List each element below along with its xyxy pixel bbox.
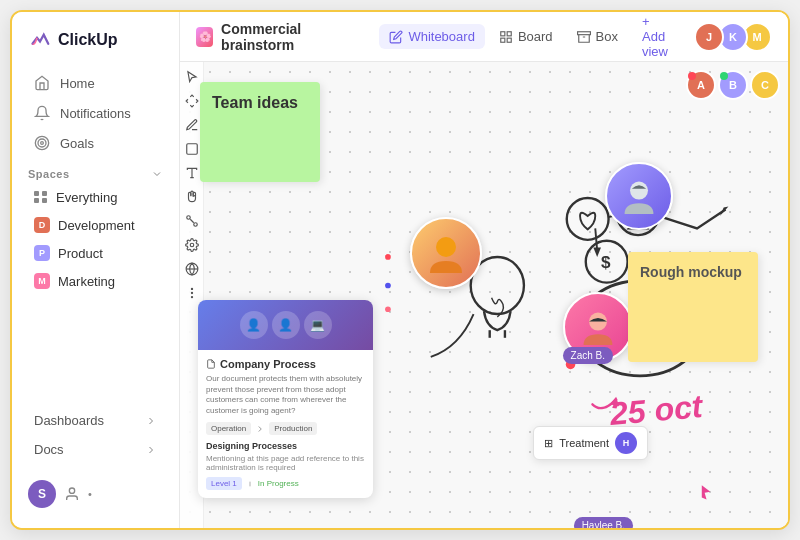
- dashboards-chevron-icon: [145, 415, 157, 427]
- home-label: Home: [60, 76, 95, 91]
- svg-point-34: [193, 223, 197, 227]
- tab-box[interactable]: Box: [567, 24, 628, 49]
- svg-point-1: [38, 139, 46, 147]
- spaces-chevron-icon[interactable]: [151, 168, 163, 180]
- process-card-section-desc: Mentioning at this page add reference to…: [206, 454, 365, 472]
- development-icon: D: [34, 217, 50, 233]
- sidebar-item-marketing[interactable]: M Marketing: [18, 267, 173, 295]
- globe-tool-icon[interactable]: [185, 262, 199, 276]
- treatment-label: Treatment: [559, 437, 609, 449]
- flow-arrow-icon: [255, 424, 265, 434]
- app-name: ClickUp: [58, 31, 118, 49]
- process-figure-2: 👤: [272, 311, 300, 339]
- cursor-tool-icon[interactable]: [185, 70, 199, 84]
- process-card-title: Company Process: [206, 358, 365, 370]
- rect-tool-icon[interactable]: [185, 142, 199, 156]
- everything-icon: [34, 191, 48, 205]
- person-silhouette-1: [426, 233, 466, 273]
- person-silhouette-3: [580, 309, 616, 345]
- svg-point-43: [630, 182, 648, 200]
- user-avatar-area[interactable]: S •: [12, 472, 179, 516]
- clickup-logo-icon: [28, 28, 52, 52]
- marketing-icon: M: [34, 273, 50, 289]
- hand-tool-icon[interactable]: [185, 190, 199, 204]
- tab-board-label: Board: [518, 29, 553, 44]
- process-card[interactable]: 👤 👤 💻 Company Process Our document prote…: [198, 300, 373, 498]
- flow-from: Operation: [206, 422, 251, 435]
- add-view-button[interactable]: + Add view: [632, 10, 678, 64]
- svg-point-12: [385, 306, 391, 312]
- svg-point-16: [567, 198, 609, 240]
- sidebar-item-goals[interactable]: Goals: [18, 128, 173, 158]
- settings-tool-icon[interactable]: [185, 238, 199, 252]
- sticky-note-yellow[interactable]: Rough mockup: [628, 252, 758, 362]
- home-icon: [34, 75, 50, 91]
- progress-badge: In Progress: [258, 479, 299, 488]
- process-card-body: Company Process Our document protects th…: [198, 350, 373, 498]
- goals-label: Goals: [60, 136, 94, 151]
- move-tool-icon[interactable]: [185, 94, 199, 108]
- person-silhouette-2: [621, 178, 657, 214]
- sidebar-item-product[interactable]: P Product: [18, 239, 173, 267]
- treatment-avatar: H: [615, 432, 637, 454]
- top-bar-tabs: Whiteboard Board Box + Add view: [379, 10, 678, 64]
- process-card-header-icons: 👤 👤 💻: [240, 311, 332, 339]
- user-avatar: S: [28, 480, 56, 508]
- whiteboard-canvas[interactable]: $: [180, 62, 788, 528]
- main-content: 🌸 Commercial brainstorm Whiteboard Board: [180, 12, 788, 528]
- process-card-header: 👤 👤 💻: [198, 300, 373, 350]
- canvas-avatar-3: C: [750, 70, 780, 100]
- top-bar-avatars: J K M: [694, 22, 772, 52]
- sidebar-item-notifications[interactable]: Notifications: [18, 98, 173, 128]
- sidebar-item-development[interactable]: D Development: [18, 211, 173, 239]
- sidebar: ClickUp Home Notifications Goals Spaces: [12, 12, 180, 528]
- svg-point-0: [35, 136, 48, 149]
- pen-tool-icon[interactable]: [185, 118, 199, 132]
- marketing-label: Marketing: [58, 274, 115, 289]
- sidebar-bottom: Dashboards Docs: [12, 398, 179, 472]
- development-label: Development: [58, 218, 135, 233]
- tab-box-label: Box: [596, 29, 618, 44]
- sidebar-item-dashboards[interactable]: Dashboards: [18, 406, 173, 435]
- svg-point-41: [191, 297, 192, 298]
- flow-to: Production: [269, 422, 317, 435]
- process-figure-1: 👤: [240, 311, 268, 339]
- sticky-note-green[interactable]: Team ideas: [200, 82, 320, 182]
- text-tool-icon[interactable]: [185, 166, 199, 180]
- person-photo-1: [410, 217, 482, 289]
- product-label: Product: [58, 246, 103, 261]
- more-tool-icon[interactable]: [185, 286, 199, 300]
- user-label-zach: Zach B.: [563, 347, 613, 364]
- svg-rect-4: [501, 31, 505, 35]
- treatment-icon: ⊞: [544, 437, 553, 450]
- board-icon: [499, 30, 513, 44]
- tab-board[interactable]: Board: [489, 24, 563, 49]
- sidebar-item-docs[interactable]: Docs: [18, 435, 173, 464]
- spaces-section-header: Spaces: [12, 158, 179, 184]
- svg-point-42: [436, 237, 456, 257]
- project-title: 🌸 Commercial brainstorm: [196, 21, 355, 53]
- process-card-section: Designing Processes: [206, 441, 365, 451]
- svg-text:$: $: [601, 253, 611, 272]
- svg-marker-20: [593, 247, 601, 257]
- separator-icon: [246, 480, 254, 488]
- tab-whiteboard[interactable]: Whiteboard: [379, 24, 484, 49]
- canvas-top-avatars: A B C: [686, 70, 780, 100]
- svg-point-36: [190, 243, 194, 247]
- treatment-card[interactable]: ⊞ Treatment H: [533, 426, 648, 460]
- svg-point-18: [586, 241, 628, 283]
- connector-tool-icon[interactable]: [185, 214, 199, 228]
- top-bar: 🌸 Commercial brainstorm Whiteboard Board: [180, 12, 788, 62]
- tab-whiteboard-label: Whiteboard: [408, 29, 474, 44]
- level-badge: Level 1: [206, 477, 242, 490]
- process-card-footer: Level 1 In Progress: [206, 477, 365, 490]
- docs-chevron-icon: [145, 444, 157, 456]
- product-icon: P: [34, 245, 50, 261]
- document-icon: [206, 359, 216, 369]
- sidebar-item-home[interactable]: Home: [18, 68, 173, 98]
- svg-rect-5: [507, 31, 511, 35]
- svg-point-40: [191, 292, 192, 293]
- svg-rect-6: [501, 38, 505, 42]
- sidebar-item-everything[interactable]: Everything: [18, 184, 173, 211]
- everything-label: Everything: [56, 190, 117, 205]
